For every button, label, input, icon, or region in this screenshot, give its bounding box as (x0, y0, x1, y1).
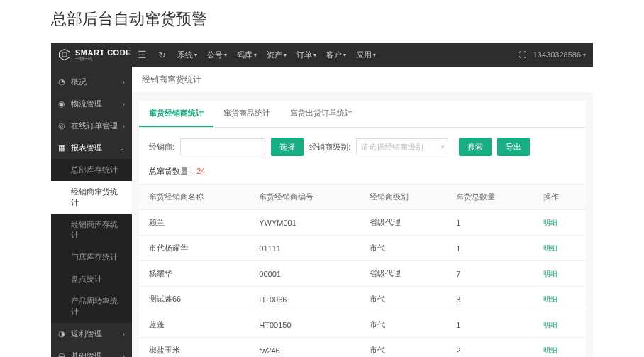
table-row: 市代杨耀华01111市代1明细 (139, 236, 586, 261)
nav-label: 订单 (296, 50, 312, 60)
cell-level: 市代 (360, 338, 447, 358)
nav-item-6[interactable]: 应用▾ (352, 47, 380, 63)
detail-link[interactable]: 明细 (543, 244, 557, 252)
chevron-down-icon: ▾ (583, 52, 586, 58)
table-row: 赖兰YWYM001省级代理1明细 (139, 210, 586, 236)
refresh-icon[interactable]: ↻ (158, 50, 166, 60)
detail-link[interactable]: 明细 (543, 321, 557, 329)
chevron-down-icon: ▾ (373, 52, 376, 58)
select-button[interactable]: 选择 (271, 138, 304, 156)
cell-action: 明细 (533, 287, 586, 312)
detail-link[interactable]: 明细 (543, 346, 557, 354)
nav-label: 客户 (326, 50, 342, 60)
arrow-icon: ⌄ (119, 145, 125, 152)
cell-action: 明细 (533, 261, 586, 287)
sidebar-icon: ◎ (58, 121, 67, 131)
cell-level: 省级代理 (360, 261, 447, 287)
menu-toggle-icon[interactable]: ☰ (138, 49, 147, 60)
export-button[interactable]: 导出 (497, 138, 530, 156)
sidebar-item-0[interactable]: ◔概况› (51, 71, 132, 93)
cell-action: 明细 (533, 236, 586, 261)
nav-label: 公号 (207, 50, 223, 60)
level-select[interactable] (356, 138, 448, 155)
nav-item-2[interactable]: 码库▾ (233, 47, 261, 63)
sidebar-item-5[interactable]: ◒基础管理› (51, 345, 132, 357)
table-header-3: 窜货总数量 (446, 185, 533, 210)
tab-2[interactable]: 窜货出货订单统计 (280, 101, 362, 127)
arrow-icon: › (123, 331, 125, 338)
tab-1[interactable]: 窜货商品统计 (213, 101, 280, 127)
cell-code: fw246 (249, 338, 359, 358)
user-phone[interactable]: 13430328586 ▾ (533, 50, 586, 59)
detail-link[interactable]: 明细 (543, 270, 557, 278)
cell-qty: 7 (446, 261, 533, 287)
cell-qty: 1 (446, 236, 533, 261)
page-title: 总部后台自动窜货预警 (0, 0, 644, 43)
cell-qty: 1 (446, 210, 533, 236)
cell-action: 明细 (533, 338, 586, 358)
sidebar-sub-item-3[interactable]: 门店库存统计 (51, 246, 132, 268)
app-window: SMART CODE 一物一码 ☰ ↻ 系统▾公号▾码库▾资产▾订单▾客户▾应用… (51, 43, 593, 357)
logo-text-main: SMART CODE (75, 49, 131, 57)
sidebar-item-2[interactable]: ◎在线订单管理› (51, 115, 132, 137)
content: 经销商窜货统计 窜货经销商统计窜货商品统计窜货出货订单统计 经销商: 选择 经销… (132, 67, 593, 357)
cell-code: 00001 (249, 261, 359, 287)
sidebar-label: 报表管理 (71, 143, 102, 153)
chevron-down-icon: ▾ (441, 143, 445, 150)
cell-name: 椒盐玉米 (139, 338, 249, 358)
sidebar-sub-item-0[interactable]: 总部库存统计 (51, 159, 132, 181)
sidebar-label: 概况 (71, 77, 87, 87)
count-row: 总窜货数量: 24 (139, 162, 586, 184)
cell-level: 市代 (360, 312, 447, 338)
detail-link[interactable]: 明细 (543, 219, 557, 226)
table-header-4: 操作 (533, 185, 586, 210)
sidebar-sub-item-4[interactable]: 盘点统计 (51, 268, 132, 290)
sidebar-icon: ◑ (58, 329, 67, 339)
cell-name: 赖兰 (139, 210, 249, 236)
cell-code: YWYM001 (249, 210, 359, 236)
top-bar: SMART CODE 一物一码 ☰ ↻ 系统▾公号▾码库▾资产▾订单▾客户▾应用… (51, 43, 593, 67)
nav-item-1[interactable]: 公号▾ (203, 47, 231, 63)
arrow-icon: › (123, 353, 125, 358)
nav-item-5[interactable]: 客户▾ (322, 47, 350, 63)
sidebar-item-4[interactable]: ◑返利管理› (51, 323, 132, 345)
search-button[interactable]: 搜索 (459, 138, 492, 156)
sidebar-label: 在线订单管理 (71, 121, 118, 131)
chevron-down-icon: ▾ (254, 52, 257, 58)
cell-level: 省级代理 (360, 210, 447, 236)
sidebar-sub-item-1[interactable]: 经销商窜货统计 (51, 181, 132, 214)
logo: SMART CODE 一物一码 (58, 48, 132, 61)
nav-label: 系统 (177, 50, 193, 60)
table-row: 杨耀华00001省级代理7明细 (139, 261, 586, 287)
nav-item-4[interactable]: 订单▾ (292, 47, 321, 63)
dealer-label: 经销商: (149, 142, 174, 153)
top-nav: 系统▾公号▾码库▾资产▾订单▾客户▾应用▾ (173, 47, 380, 63)
fullscreen-icon[interactable]: ⛶ (518, 50, 526, 59)
sidebar-item-1[interactable]: ◉物流管理› (51, 93, 132, 115)
cell-qty: 2 (446, 338, 533, 358)
nav-label: 码库 (237, 50, 252, 60)
sidebar-label: 返利管理 (71, 329, 102, 339)
dealer-input[interactable] (180, 138, 265, 155)
sidebar-icon: ◉ (58, 99, 67, 109)
top-right: ⛶ 13430328586 ▾ (518, 50, 586, 59)
arrow-icon: › (123, 79, 125, 86)
sidebar-label: 基础管理 (71, 351, 102, 357)
tab-0[interactable]: 窜货经销商统计 (139, 101, 213, 127)
chevron-down-icon: ▾ (194, 52, 197, 58)
sidebar-sub-item-5[interactable]: 产品周转率统计 (51, 290, 132, 323)
count-value: 24 (196, 167, 205, 175)
nav-item-0[interactable]: 系统▾ (173, 47, 201, 63)
cell-action: 明细 (533, 210, 586, 236)
nav-item-3[interactable]: 资产▾ (262, 47, 291, 63)
sidebar-icon: ◔ (58, 77, 67, 87)
count-label: 总窜货数量: (149, 167, 190, 175)
logo-text-sub: 一物一码 (75, 57, 131, 61)
detail-link[interactable]: 明细 (543, 295, 557, 303)
sidebar-sub-item-2[interactable]: 经销商库存统计 (51, 214, 132, 246)
nav-label: 应用 (356, 50, 372, 60)
svg-marker-0 (60, 50, 70, 60)
sidebar-item-3[interactable]: ▦报表管理⌄ (51, 137, 132, 159)
level-label: 经销商级别: (309, 142, 350, 153)
sidebar-label: 物流管理 (71, 99, 102, 109)
